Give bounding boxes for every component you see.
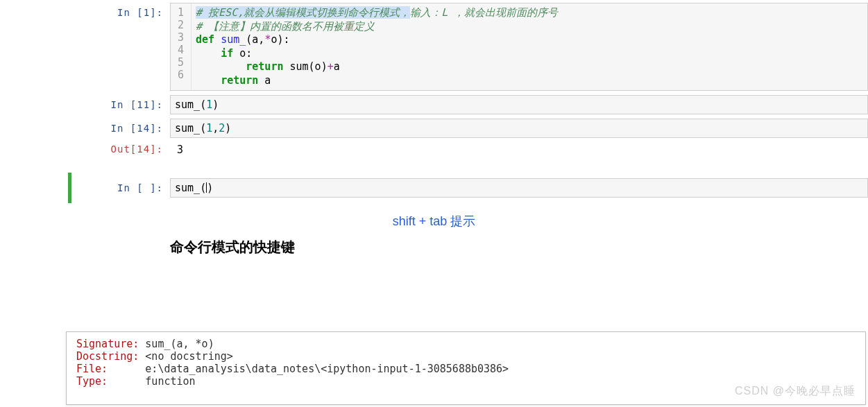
code-cell-active[interactable]: In [ ]: sum_() [0, 173, 868, 203]
tooltip-signature: Signature: sum_(a, *o) [76, 338, 856, 350]
section-heading: 命令行模式的快捷键 [170, 238, 295, 257]
input-prompt: In [11]: [73, 95, 170, 114]
output-value: 3 [170, 139, 868, 160]
tooltip-docstring: Docstring: <no docstring> [76, 350, 856, 363]
crop-mask [0, 306, 868, 312]
input-prompt: In [ ]: [73, 178, 170, 198]
code-editor[interactable]: sum_() [170, 178, 868, 198]
line-numbers: 1 2 3 4 5 6 [171, 3, 192, 90]
gutter [0, 3, 73, 91]
gutter [0, 95, 73, 114]
gutter [0, 119, 73, 138]
output-cell: Out[14]: 3 [0, 139, 868, 160]
heading-row: 命令行模式的快捷键 [0, 238, 868, 257]
notebook-area: In [1]: 1 2 3 4 5 6 # 按ESC,就会从编辑模式切换到命令行… [0, 0, 868, 257]
code-content[interactable]: # 按ESC,就会从编辑模式切换到命令行模式，输入：L ，就会出现前面的序号 #… [192, 3, 867, 90]
gutter [0, 139, 73, 160]
tooltip-file: File: e:\data_analysis\data_notes\<ipyth… [76, 363, 856, 375]
code-cell[interactable]: In [11]: sum_(1) [0, 95, 868, 114]
annotation-caption: shift + tab 提示 [393, 213, 476, 230]
code-cell[interactable]: In [1]: 1 2 3 4 5 6 # 按ESC,就会从编辑模式切换到命令行… [0, 3, 868, 91]
code-editor[interactable]: 1 2 3 4 5 6 # 按ESC,就会从编辑模式切换到命令行模式，输入：L … [170, 3, 868, 91]
gutter [0, 178, 73, 198]
input-prompt: In [14]: [73, 119, 170, 138]
code-cell[interactable]: In [14]: sum_(1,2) [0, 119, 868, 138]
code-editor[interactable]: sum_(1) [170, 95, 868, 114]
caption-row: shift + tab 提示 [0, 207, 868, 238]
output-prompt: Out[14]: [73, 139, 170, 160]
input-prompt: In [1]: [73, 3, 170, 91]
code-editor[interactable]: sum_(1,2) [170, 119, 868, 138]
watermark: CSDN @今晚必早点睡 [735, 384, 856, 399]
